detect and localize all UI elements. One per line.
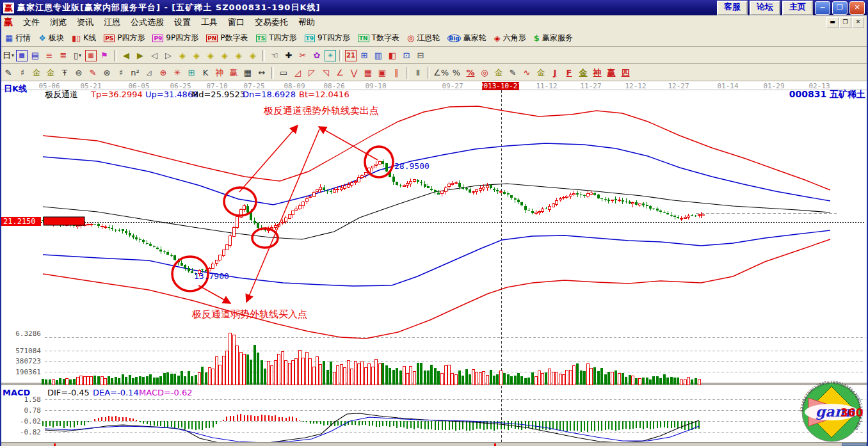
pen-tool-icon[interactable]: ✎	[2, 67, 15, 79]
menu-item-江恩[interactable]: 江恩	[99, 16, 125, 28]
fan-box2-tool-icon[interactable]: ◹	[319, 67, 332, 79]
gold-level-tool-icon[interactable]: 金	[534, 67, 547, 79]
candle-style-dropdown[interactable]: ▯	[71, 49, 84, 62]
gold-circle-tool-icon[interactable]: ◎	[478, 67, 491, 79]
win-grid-tool-icon[interactable]: 赢	[227, 67, 240, 79]
kline-chart[interactable]: 05-0605-2106-0506-2507-1007-2508-0908-26…	[1, 81, 868, 446]
j-angle-tool-icon[interactable]: J	[549, 67, 561, 79]
menu-item-窗口[interactable]: 窗口	[223, 16, 250, 28]
forum-button[interactable]: 论坛	[750, 1, 780, 15]
menu-item-交易委托[interactable]: 交易委托	[250, 16, 293, 28]
prev-bar-icon[interactable]: ◁	[148, 49, 161, 62]
price-grid-tool-icon[interactable]: ♯	[115, 67, 127, 79]
last-page-icon[interactable]: ▶	[134, 49, 147, 62]
angle-ruler-tool-icon[interactable]: ⊿	[143, 67, 156, 79]
red-frame-icon[interactable]: ▦	[85, 50, 97, 61]
shrink-left-diamond-icon[interactable]: ◈	[176, 49, 189, 62]
grid-tool-icon[interactable]: ♯	[16, 67, 29, 79]
compass-tool-icon[interactable]: ⊕	[157, 67, 170, 79]
winner-wheel-button[interactable]: Big赢家轮	[444, 31, 490, 45]
v-expand-diamond-icon[interactable]: ◈	[246, 49, 259, 62]
pattern-tool-icon[interactable]: ✳	[325, 50, 336, 61]
four-angle-tool-icon[interactable]: 四	[619, 67, 632, 79]
p-square-button[interactable]: PSP四方形	[100, 31, 149, 45]
info-list-icon[interactable]: ▤	[29, 49, 42, 62]
calendar-icon[interactable]: 21	[345, 50, 357, 61]
first-page-icon[interactable]: ◀	[120, 49, 133, 62]
grid-star-tool-icon[interactable]: ⊞	[185, 67, 198, 79]
mdi-close-button[interactable]: ✕	[852, 17, 864, 28]
workstation-icon[interactable]: ⊟	[414, 49, 427, 62]
fan-lines-tool-icon[interactable]: ◿	[291, 67, 304, 79]
remote-data-icon[interactable]: ⊡	[400, 49, 413, 62]
wave-tool-icon[interactable]: ∿	[520, 67, 533, 79]
menu-item-公式选股[interactable]: 公式选股	[125, 16, 169, 28]
period-selector-dropdown[interactable]: 日	[2, 49, 15, 62]
customer-service-button[interactable]: 客服	[717, 1, 748, 15]
gold-angle-tool-icon[interactable]: 金	[577, 67, 590, 79]
menu-item-资讯[interactable]: 资讯	[72, 16, 99, 28]
gold-grid-a-tool-icon[interactable]: 金	[30, 67, 43, 79]
notebook-icon[interactable]: ▥	[372, 49, 385, 62]
dual-bar-tool-icon[interactable]: Ⅱ	[412, 67, 424, 79]
calculator-icon[interactable]: ⊞	[358, 49, 371, 62]
quotes-button[interactable]: ▦行情	[1, 31, 35, 45]
t-number-button[interactable]: TNT数字表	[354, 31, 403, 45]
9p-square-button[interactable]: P99P四方形	[149, 31, 202, 45]
ink-brush-tool-icon[interactable]: ✎	[506, 67, 519, 79]
close-button[interactable]: ✕	[849, 1, 865, 15]
minimize-button[interactable]: ─	[815, 1, 830, 15]
h-expand-diamond-icon[interactable]: ◈	[218, 49, 231, 62]
h-compress-diamond-icon[interactable]: ◈	[204, 49, 217, 62]
gold-grid-b-tool-icon[interactable]: 金	[44, 67, 57, 79]
p-number-button[interactable]: PNP数字表	[202, 31, 252, 45]
red-grid-tool-icon[interactable]: ▦	[362, 67, 374, 79]
kline-9col-icon[interactable]: ≣	[57, 49, 70, 62]
win-angle-tool-icon[interactable]: 赢	[605, 67, 618, 79]
percent-tool-icon[interactable]: %	[450, 67, 463, 79]
f-angle-tool-icon[interactable]: F	[563, 67, 575, 79]
mdi-minimize-button[interactable]: ▬	[826, 17, 839, 28]
v-compress-diamond-icon[interactable]: ◈	[232, 49, 245, 62]
restore-button[interactable]: ❐	[832, 1, 848, 15]
grid-box-tool-icon[interactable]: ▣	[376, 67, 389, 79]
scrollbar-thumb[interactable]	[842, 443, 867, 446]
menu-item-浏览[interactable]: 浏览	[45, 16, 72, 28]
menu-item-设置[interactable]: 设置	[169, 16, 196, 28]
winner-service-button[interactable]: $赢家服务	[530, 31, 577, 45]
sectors-button[interactable]: ❖板块	[35, 31, 68, 45]
board-view-icon[interactable]: ▩	[16, 50, 28, 61]
circle-grid-tool-icon[interactable]: ⊛	[100, 67, 113, 79]
next-bar-icon[interactable]: ▷	[162, 49, 175, 62]
hexagon-button[interactable]: ◈六角形	[490, 31, 530, 45]
box-tool-icon[interactable]: ▭	[277, 67, 290, 79]
t-square-button[interactable]: TST四方形	[252, 31, 301, 45]
hand-tool-icon[interactable]: ☜	[268, 49, 281, 62]
gann-angle-tool-icon[interactable]: ∠	[334, 67, 346, 79]
shen-grid-tool-icon[interactable]: 神	[213, 67, 226, 79]
cut-tool-icon[interactable]: ✂	[296, 49, 309, 62]
star-circle-tool-icon[interactable]: ✳	[171, 67, 184, 79]
crosshair-tool-icon[interactable]: ✚	[282, 49, 295, 62]
save-icon[interactable]: ◧	[386, 49, 399, 62]
ruler-grid-tool-icon[interactable]: ▦	[241, 67, 254, 79]
menu-item-文件[interactable]: 文件	[18, 16, 45, 28]
9t-square-button[interactable]: T99T四方形	[301, 31, 354, 45]
mdi-restore-button[interactable]: ❐	[839, 17, 851, 28]
v-line-tool-icon[interactable]: ⋁	[348, 67, 360, 79]
gann-wheel-button[interactable]: ◎江恩轮	[403, 31, 444, 45]
fan-box-tool-icon[interactable]: ◸	[305, 67, 318, 79]
kline-button[interactable]: ▮▯K线	[68, 31, 100, 45]
menu-item-帮助[interactable]: 帮助	[293, 16, 320, 28]
kline-3col-icon[interactable]: ≡	[43, 49, 56, 62]
spiral-tool-icon[interactable]: ⊚	[72, 67, 85, 79]
menu-item-工具[interactable]: 工具	[196, 16, 223, 28]
percent-angle-tool-icon[interactable]: ∠%	[433, 67, 449, 79]
ornament-tool-icon[interactable]: ✿	[310, 49, 323, 62]
parallel-lines-tool-icon[interactable]: ∥	[390, 67, 403, 79]
percent-lines-tool-icon[interactable]: %	[464, 67, 477, 79]
shen-angle-tool-icon[interactable]: 神	[591, 67, 604, 79]
homepage-button[interactable]: 主页	[782, 1, 813, 15]
horizontal-scrollbar[interactable]	[1, 442, 867, 446]
square-of-nine-tool-icon[interactable]: n²	[129, 67, 141, 79]
